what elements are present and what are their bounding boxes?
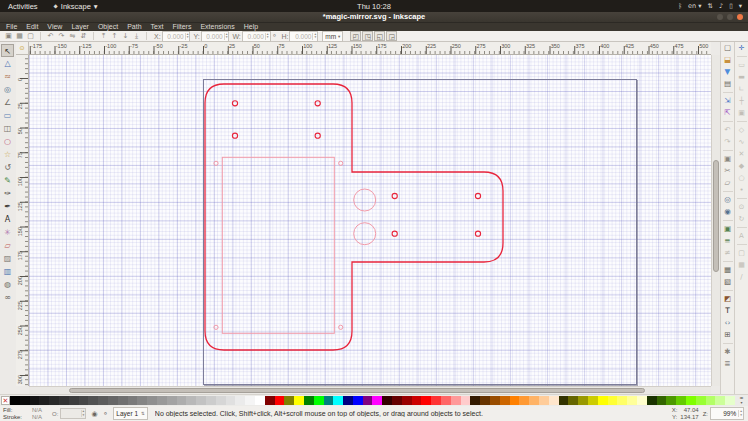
document-properties-button[interactable]: ≣ — [722, 358, 734, 370]
palette-swatch[interactable] — [275, 396, 285, 405]
palette-swatch[interactable] — [549, 396, 559, 405]
zoom-drawing-button[interactable]: ◎ — [722, 194, 734, 206]
palette-swatch[interactable] — [402, 396, 412, 405]
spin-down-icon[interactable]: ▾ — [267, 36, 269, 40]
palette-swatch[interactable] — [519, 396, 529, 405]
battery-icon[interactable]: ▯ — [729, 2, 733, 10]
create-clone-button[interactable]: ≡ — [722, 235, 734, 247]
palette-swatch[interactable] — [666, 396, 676, 405]
mirror-outline-path[interactable] — [205, 84, 503, 350]
palette-swatch[interactable] — [686, 396, 696, 405]
raise-button[interactable]: ↑ — [109, 32, 120, 41]
cut-button[interactable]: ✂ — [722, 165, 734, 177]
palette-swatch[interactable] — [392, 396, 402, 405]
rotate-cw-button[interactable]: ↷ — [56, 32, 67, 41]
snap-bbox-edges-button[interactable]: ▬ — [736, 71, 748, 83]
palette-swatch[interactable] — [412, 396, 422, 405]
volume-icon[interactable]: ♪ — [719, 2, 723, 10]
palette-swatch[interactable] — [529, 396, 539, 405]
zoom-tool[interactable]: ◎ — [1, 83, 14, 96]
menu-layer[interactable]: Layer — [71, 23, 89, 31]
opacity-input[interactable]: ▴▾ — [60, 408, 86, 419]
palette-swatch[interactable] — [186, 396, 196, 405]
palette-swatch[interactable] — [421, 396, 431, 405]
snap-object-centers-button[interactable]: ⊙ — [736, 201, 748, 213]
spinner-arrows-icon[interactable]: ▴▾ — [81, 410, 86, 417]
corner-hole-circle[interactable] — [214, 325, 218, 329]
layer-selector[interactable]: Layer 1 ⇅ — [113, 407, 147, 420]
spinner-arrows-icon[interactable]: ▴▾ — [312, 33, 317, 40]
preferences-button[interactable]: ✱ — [722, 346, 734, 358]
redo-button[interactable]: ↷ — [722, 136, 734, 148]
menu-extensions[interactable]: Extensions — [200, 23, 234, 31]
spinner-arrows-icon[interactable]: ▴▾ — [265, 33, 270, 40]
mount-hole-circle[interactable] — [232, 101, 237, 106]
affect-transforms-toggle[interactable]: ◳ — [362, 31, 373, 41]
spin-down-icon[interactable]: ▾ — [187, 36, 189, 40]
spinner-arrows-icon[interactable]: ▴▾ — [185, 33, 190, 40]
palette-swatch[interactable] — [98, 396, 108, 405]
mount-hole-circle[interactable] — [392, 193, 397, 198]
palette-swatch[interactable] — [167, 396, 177, 405]
snap-bbox-centers-button[interactable]: ▣ — [736, 107, 748, 119]
unlink-clone-button[interactable]: ≠ — [722, 247, 734, 259]
select-all-button[interactable]: ▣ — [3, 32, 14, 41]
palette-swatch[interactable] — [588, 396, 598, 405]
palette-swatch[interactable] — [706, 396, 716, 405]
3d-box-tool[interactable]: ◫ — [1, 122, 14, 135]
ellipse-tool[interactable]: ○ — [1, 135, 14, 148]
palette-swatch[interactable] — [578, 396, 588, 405]
document-open-button[interactable]: ⬓ — [722, 54, 734, 66]
xml-editor-button[interactable]: ‹› — [722, 317, 734, 329]
palette-swatch[interactable] — [461, 396, 471, 405]
snap-page-border-button[interactable]: ▢ — [736, 247, 748, 259]
lock-guides-toggle[interactable]: ⊙ — [16, 42, 29, 55]
snap-paths-button[interactable]: ∿ — [736, 136, 748, 148]
spiral-tool[interactable]: ↺ — [1, 161, 14, 174]
palette-swatch[interactable] — [598, 396, 608, 405]
snap-bbox-button[interactable]: ▭ — [736, 59, 748, 71]
mount-hole-circle[interactable] — [232, 133, 237, 138]
group-button[interactable]: ▦ — [722, 264, 734, 276]
maximize-button[interactable] — [727, 14, 733, 20]
paint-bucket-tool[interactable]: ▨ — [1, 252, 14, 265]
spinner-arrows-icon[interactable]: ▴▾ — [738, 410, 743, 417]
document-save-button[interactable]: ▼ — [722, 66, 734, 78]
palette-swatch[interactable] — [79, 396, 89, 405]
system-tray[interactable]: ᛒen ▾⇅♪▯▾ — [678, 2, 742, 10]
duplicate-button[interactable]: ▣ — [722, 223, 734, 235]
spin-down-icon[interactable]: ▾ — [226, 36, 228, 40]
palette-swatch[interactable] — [657, 396, 667, 405]
palette-swatch[interactable] — [353, 396, 363, 405]
field-x-input[interactable]: 0.000▴▾ — [162, 31, 191, 42]
vertical-ruler[interactable]: 0255075100125150175200225250275300 — [16, 55, 29, 386]
affect-move-toggle[interactable]: ◰ — [350, 31, 361, 41]
dropper-tool[interactable]: ◍ — [1, 278, 14, 291]
palette-swatch[interactable] — [480, 396, 490, 405]
import-button[interactable]: ⇲ — [722, 95, 734, 107]
cable-hole-circle[interactable] — [354, 189, 376, 211]
menu-edit[interactable]: Edit — [26, 23, 38, 31]
snap-line-midpoints-button[interactable]: • — [736, 184, 748, 196]
bluetooth-icon[interactable]: ᛒ — [678, 2, 682, 10]
palette-swatch[interactable] — [343, 396, 353, 405]
snap-text-baseline-button[interactable]: A — [736, 230, 748, 242]
mount-hole-circle[interactable] — [315, 101, 320, 106]
undo-button[interactable]: ↶ — [722, 124, 734, 136]
deselect-button[interactable]: ▢ — [25, 32, 36, 41]
palette-swatch[interactable] — [431, 396, 441, 405]
align-dialog-button[interactable]: ⊞ — [722, 329, 734, 341]
palette-swatch[interactable] — [177, 396, 187, 405]
field-w-input[interactable]: 0.000▴▾ — [242, 31, 271, 42]
activities-button[interactable]: Activities — [8, 2, 38, 11]
fill-stroke-dialog-button[interactable]: ◩ — [722, 293, 734, 305]
mount-hole-circle[interactable] — [315, 133, 320, 138]
palette-swatch[interactable] — [206, 396, 216, 405]
palette-swatch[interactable] — [314, 396, 324, 405]
palette-swatch[interactable] — [20, 396, 30, 405]
star-tool[interactable]: ☆ — [1, 148, 14, 161]
palette-swatch[interactable] — [216, 396, 226, 405]
snap-nodes-button[interactable]: ◇ — [736, 124, 748, 136]
app-menu[interactable]: ⬥ Inkscape ▾ — [54, 2, 98, 11]
palette-swatch[interactable] — [441, 396, 451, 405]
